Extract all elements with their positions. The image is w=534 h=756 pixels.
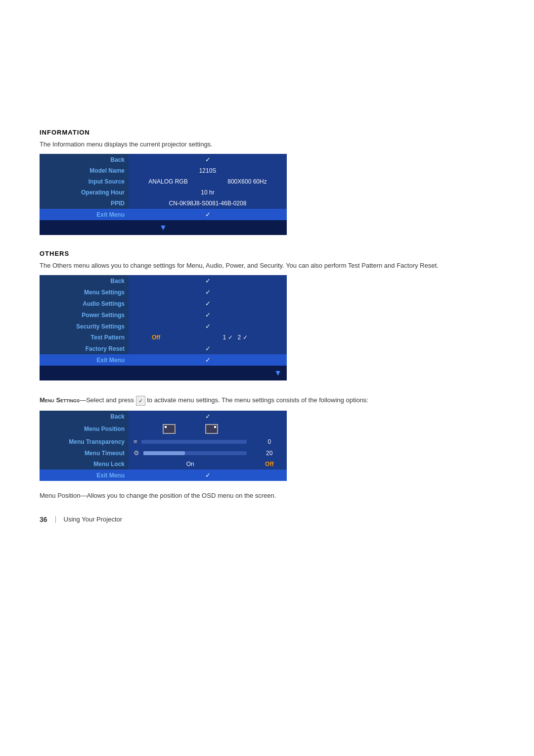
table-row: Model Name 1210S: [40, 165, 287, 176]
row-label: Menu Position: [40, 422, 129, 436]
row-value: ✓: [129, 309, 287, 321]
row-value: ✓: [129, 298, 287, 309]
row-label: PPID: [40, 198, 129, 209]
row-value2: 800X600 60Hz: [208, 176, 287, 187]
menu-settings-bold-label: Menu Settings: [40, 396, 80, 404]
table-row: Menu Settings ✓: [40, 286, 287, 298]
information-section: INFORMATION The Information menu display…: [40, 129, 494, 235]
row-value: 1210S: [129, 165, 287, 176]
row-value: ⚙: [129, 447, 252, 459]
timeout-slider[interactable]: ⚙: [134, 449, 247, 457]
row-value: CN-0K98J8-S0081-46B-0208: [129, 198, 287, 209]
row-value2: [252, 422, 287, 436]
row-label: Security Settings: [40, 321, 129, 332]
slider-track[interactable]: [141, 440, 247, 444]
slider-fill2: [143, 451, 185, 455]
slider-icon2: ⚙: [134, 449, 139, 457]
exit-menu-label: Exit Menu: [40, 354, 129, 366]
row-value2: 0: [252, 436, 287, 447]
page-footer: 36 Using Your Projector: [40, 516, 494, 523]
menu-position-bold-label: Menu Position: [40, 492, 80, 499]
row-value2: 1 ✓ 2 ✓: [183, 332, 287, 343]
row-value2: Off: [252, 459, 287, 470]
row-value: ✓: [129, 343, 287, 354]
table-row: Power Settings ✓: [40, 309, 287, 321]
table-row: Audio Settings ✓: [40, 298, 287, 309]
exit-menu-value: ✓: [129, 470, 287, 481]
row-label: Back: [40, 275, 129, 286]
slider-track2[interactable]: [143, 451, 247, 455]
table-row: Test Pattern Off 1 ✓ 2 ✓: [40, 332, 287, 343]
row-value: ≡: [129, 436, 252, 447]
exit-menu-row[interactable]: Exit Menu ✓: [40, 209, 287, 220]
table-row: Security Settings ✓: [40, 321, 287, 332]
table-row: Menu Transparency ≡ 0: [40, 436, 287, 447]
row-value: ✓: [129, 154, 287, 165]
row-label: Menu Lock: [40, 459, 129, 470]
row-label: Menu Timeout: [40, 447, 129, 459]
row-label: Factory Reset: [40, 343, 129, 354]
table-row: Factory Reset ✓: [40, 343, 287, 354]
table-row: PPID CN-0K98J8-S0081-46B-0208: [40, 198, 287, 209]
row-label: Operating Hour: [40, 187, 129, 198]
information-description: The Information menu displays the curren…: [40, 140, 494, 149]
monitor-icon-right: [205, 424, 218, 434]
others-description: The Others menu allows you to change set…: [40, 261, 494, 270]
exit-menu-row[interactable]: Exit Menu ✓: [40, 354, 287, 366]
row-label: Model Name: [40, 165, 129, 176]
row-value: On: [129, 459, 252, 470]
row-value: ANALOG RGB: [129, 176, 208, 187]
exit-menu-row[interactable]: Exit Menu ✓: [40, 470, 287, 481]
row-value: ✓: [129, 275, 287, 286]
row-value: [129, 422, 252, 436]
row-value2: 20: [252, 447, 287, 459]
footer-text: Using Your Projector: [64, 516, 123, 523]
table-row: Menu Position: [40, 422, 287, 436]
table-row: Menu Timeout ⚙ 20: [40, 447, 287, 459]
footer-divider: [55, 516, 56, 523]
row-label: Audio Settings: [40, 298, 129, 309]
menu-settings-section: Menu Settings—Select and press ✓ to acti…: [40, 395, 494, 500]
exit-menu-label: Exit Menu: [40, 209, 129, 220]
row-value: ✓: [129, 321, 287, 332]
row-label: Power Settings: [40, 309, 129, 321]
inline-checkmark: ✓: [136, 396, 145, 406]
row-value: ✓: [129, 411, 287, 422]
information-table: Back ✓ Model Name 1210S Input Source ANA…: [40, 154, 287, 235]
table-row: Input Source ANALOG RGB 800X600 60Hz: [40, 176, 287, 187]
table-row: Back ✓: [40, 275, 287, 286]
others-section: OTHERS The Others menu allows you to cha…: [40, 250, 494, 380]
row-value: 10 hr: [129, 187, 287, 198]
row-label: Menu Settings: [40, 286, 129, 298]
table-row: Back ✓: [40, 154, 287, 165]
transparency-slider[interactable]: ≡: [134, 438, 247, 445]
row-value: ✓: [129, 286, 287, 298]
menu-position-description: Menu Position—Allows you to change the p…: [40, 491, 494, 501]
others-title: OTHERS: [40, 250, 494, 257]
scroll-indicator-row: ▼: [40, 220, 287, 235]
scroll-indicator-row: ▼: [40, 366, 287, 380]
row-label: Menu Transparency: [40, 436, 129, 447]
others-table: Back ✓ Menu Settings ✓ Audio Settings ✓ …: [40, 275, 287, 380]
row-label: Test Pattern: [40, 332, 129, 343]
page-number: 36: [40, 516, 47, 523]
exit-menu-value: ✓: [129, 354, 287, 366]
information-title: INFORMATION: [40, 129, 494, 136]
table-row: Operating Hour 10 hr: [40, 187, 287, 198]
table-row: Menu Lock On Off: [40, 459, 287, 470]
row-label: Back: [40, 154, 129, 165]
table-row: Back ✓: [40, 411, 287, 422]
row-value: Off: [129, 332, 183, 343]
exit-menu-value: ✓: [129, 209, 287, 220]
exit-menu-label: Exit Menu: [40, 470, 129, 481]
monitor-icon-left: [163, 424, 176, 434]
menu-settings-intro: Menu Settings—Select and press ✓ to acti…: [40, 395, 494, 406]
menu-settings-table: Back ✓ Menu Position: [40, 411, 287, 481]
row-label: Input Source: [40, 176, 129, 187]
row-label: Back: [40, 411, 129, 422]
slider-icon: ≡: [134, 438, 137, 445]
menu-position-icons: [134, 424, 247, 434]
